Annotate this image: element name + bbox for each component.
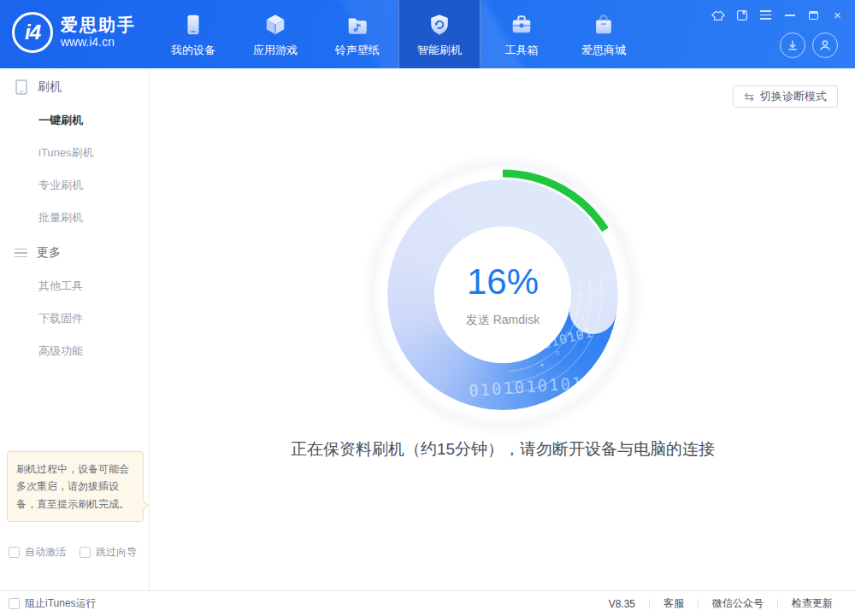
sidebar-item-one-click-flash[interactable]: 一键刷机 [0,104,149,137]
smart-flash-icon [428,11,451,37]
version-label: V8.35 [595,598,649,610]
tab-label: 应用游戏 [253,43,298,58]
minimize-icon[interactable] [782,8,797,22]
statusbar: 阻止iTunes运行 V8.35 客服 微信公众号 检查更新 [0,590,855,616]
apps-games-icon [263,11,287,37]
window-controls: × [711,8,845,22]
tab-ringtone-wallpaper[interactable]: 铃声壁纸 [316,0,398,68]
save-icon[interactable] [734,8,749,22]
block-itunes-checkbox[interactable]: 阻止iTunes运行 [9,596,97,611]
flash-warning-tooltip: 刷机过程中，设备可能会多次重启，请勿拔插设备，直至提示刷机完成。 [7,451,144,522]
close-icon[interactable]: × [830,8,845,22]
sidebar-section-title: 更多 [37,245,61,261]
tab-label: 工具箱 [505,43,539,58]
tab-smart-flash[interactable]: 智能刷机 [398,0,481,68]
sidebar-item-itunes-flash[interactable]: iTunes刷机 [0,137,149,169]
tab-label: 铃声壁纸 [335,43,380,58]
sidebar-item-advanced-features[interactable]: 高级功能 [0,335,149,367]
sidebar-item-other-tools[interactable]: 其他工具 [0,270,149,302]
tab-my-devices[interactable]: 我的设备 [152,0,234,68]
main-content: ⇆ 切换诊断模式 010101 01010101010 16% [150,68,855,590]
flash-options: 自动激活 跳过向导 [9,545,137,560]
tab-toolbox[interactable]: 工具箱 [481,0,563,68]
tab-label: 智能刷机 [417,43,462,58]
ringtone-wallpaper-icon [345,11,369,37]
sidebar-section-flash: 刷机 [0,70,149,104]
device-icon [15,79,28,95]
sidebar-item-batch-flash[interactable]: 批量刷机 [0,202,149,234]
swap-icon: ⇆ [744,90,754,103]
wechat-official-link[interactable]: 微信公众号 [699,596,777,611]
tab-apps-games[interactable]: 应用游戏 [234,0,316,68]
tab-label: 我的设备 [171,43,215,58]
checkbox-label: 阻止iTunes运行 [25,596,97,611]
auto-activate-checkbox[interactable]: 自动激活 [9,545,66,560]
statusbar-links: V8.35 客服 微信公众号 检查更新 [595,596,846,611]
menu-icon[interactable] [758,8,773,22]
sidebar: 刷机 一键刷机 iTunes刷机 专业刷机 批量刷机 更多 其他工具 下载固件 … [0,68,150,590]
user-account-icon[interactable] [812,32,838,58]
checkbox-box[interactable] [80,547,91,558]
checkbox-label: 自动激活 [25,545,66,560]
checkbox-box[interactable] [9,598,20,609]
sidebar-item-download-firmware[interactable]: 下载固件 [0,302,149,335]
checkbox-box[interactable] [9,547,20,558]
titlebar: i4 爱思助手 www.i4.cn 我的设备 [0,0,855,68]
sidebar-section-title: 刷机 [38,79,62,95]
tab-label: 爱思商城 [581,43,626,58]
theme-skin-icon[interactable] [711,8,725,22]
app-title: 爱思助手 [61,15,136,35]
device-icon [181,11,205,37]
download-icon[interactable] [780,32,805,58]
flash-progress-ring: 010101 01010101010 16% 发送 Ramdisk [374,167,631,423]
maximize-icon[interactable] [806,8,821,22]
header-quick-actions [780,32,838,58]
main-nav: 我的设备 应用游戏 [152,0,645,68]
customer-service-link[interactable]: 客服 [650,596,698,611]
progress-green-arc [374,167,631,423]
skip-setup-checkbox[interactable]: 跳过向导 [80,545,137,560]
sidebar-item-pro-flash[interactable]: 专业刷机 [0,169,149,202]
i4-logo-icon: i4 [12,12,53,53]
checkbox-label: 跳过向导 [96,545,137,560]
check-updates-link[interactable]: 检查更新 [778,596,846,611]
button-label: 切换诊断模式 [760,89,827,104]
app-url: www.i4.cn [61,35,136,49]
sidebar-section-more: 更多 [0,236,149,270]
switch-diagnostic-mode-button[interactable]: ⇆ 切换诊断模式 [733,85,838,108]
tab-store[interactable]: 爱思商城 [563,0,645,68]
toolbox-icon [510,11,534,37]
store-icon [592,11,616,37]
app-logo: i4 爱思助手 www.i4.cn [12,12,136,53]
menu-icon [15,249,27,258]
flash-status-message: 正在保资料刷机（约15分钟），请勿断开设备与电脑的连接 [150,438,855,461]
